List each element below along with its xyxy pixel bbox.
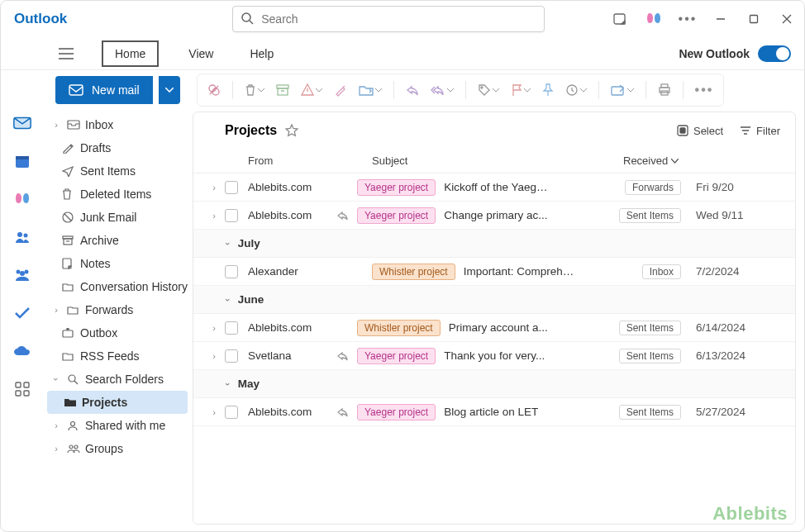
svg-point-28 xyxy=(24,234,28,238)
new-mail-button[interactable]: New mail xyxy=(55,76,153,104)
expand-icon[interactable]: › xyxy=(207,211,221,221)
svg-rect-32 xyxy=(16,382,21,387)
nav-drafts[interactable]: Drafts xyxy=(44,136,191,159)
search-input[interactable] xyxy=(232,6,545,32)
close-button[interactable] xyxy=(779,12,794,26)
message-row[interactable]: › Ablebits.com Yaeger project Kickoff of… xyxy=(193,173,795,202)
group-header[interactable]: ›May xyxy=(193,370,795,398)
nav-junk[interactable]: Junk Email xyxy=(44,206,191,229)
toolbar-more-icon[interactable]: ••• xyxy=(695,83,714,97)
favorite-star-icon[interactable] xyxy=(285,124,298,137)
flag-icon[interactable] xyxy=(511,83,531,97)
delete-icon[interactable] xyxy=(245,83,264,97)
reply-all-icon[interactable] xyxy=(431,84,454,96)
rail-onedrive-icon[interactable] xyxy=(12,341,32,361)
checkbox[interactable] xyxy=(225,181,238,194)
svg-point-30 xyxy=(25,270,29,274)
checkbox[interactable] xyxy=(225,406,238,419)
message-row[interactable]: › Ablebits.com Whistler project Primary … xyxy=(193,314,795,342)
tab-home[interactable]: Home xyxy=(102,40,159,67)
reply-icon[interactable] xyxy=(406,84,419,96)
category-tag[interactable]: Yaeger project xyxy=(357,404,436,420)
rail-todo-icon[interactable] xyxy=(12,303,32,323)
category-tag[interactable]: Yaeger project xyxy=(357,207,436,224)
print-icon[interactable] xyxy=(658,83,671,97)
checkbox[interactable] xyxy=(225,265,238,278)
nav-search-folders[interactable]: ›Search Folders xyxy=(44,368,191,391)
move-icon[interactable] xyxy=(359,84,382,96)
category-tag[interactable]: Yaeger project xyxy=(357,348,436,364)
nav-shared[interactable]: ›Shared with me xyxy=(44,414,191,437)
expand-icon[interactable]: › xyxy=(207,407,221,417)
report-icon[interactable] xyxy=(301,83,322,97)
category-tag[interactable]: Yaeger project xyxy=(357,179,436,196)
subject-cell: Blog article on LET xyxy=(444,406,551,418)
tag-icon[interactable] xyxy=(478,83,499,97)
nav-rss[interactable]: RSS Feeds xyxy=(44,344,191,368)
snooze-icon[interactable] xyxy=(565,83,587,97)
received-cell: 7/2/2024 xyxy=(696,265,795,278)
category-tag[interactable]: Whistler project xyxy=(372,264,455,280)
quick-steps-icon[interactable] xyxy=(611,84,634,96)
received-cell: Wed 9/11 xyxy=(696,209,795,221)
checkbox[interactable] xyxy=(225,209,238,222)
nav-outbox[interactable]: Outbox xyxy=(44,321,191,344)
folder-nav: ›Inbox Drafts Sent Items Deleted Items J… xyxy=(44,110,191,531)
hamburger-icon[interactable] xyxy=(59,48,74,59)
maximize-button[interactable] xyxy=(746,12,761,26)
message-row[interactable]: › Svetlana Yaeger project Thank you for … xyxy=(193,342,795,370)
rail-mail-icon[interactable] xyxy=(12,113,32,133)
rail-calendar-icon[interactable] xyxy=(12,151,32,171)
nav-archive[interactable]: Archive xyxy=(44,229,191,252)
new-mail-dropdown[interactable] xyxy=(159,76,180,104)
tab-help[interactable]: Help xyxy=(243,44,280,64)
pin-icon[interactable] xyxy=(542,83,554,97)
title-actions: ••• xyxy=(612,11,794,27)
col-received[interactable]: Received xyxy=(623,154,679,167)
nav-sent[interactable]: Sent Items xyxy=(44,159,191,183)
rail-copilot-icon[interactable] xyxy=(12,189,32,209)
nav-groups[interactable]: ›Groups xyxy=(44,437,191,460)
chevron-down-icon[interactable]: › xyxy=(223,298,233,302)
group-header[interactable]: ›June xyxy=(193,286,795,314)
chevron-down-icon[interactable]: › xyxy=(223,382,233,386)
select-button[interactable]: Select xyxy=(677,125,723,137)
col-from[interactable]: From xyxy=(248,154,372,167)
message-row[interactable]: › Ablebits.com Yaeger project Change pri… xyxy=(193,202,795,230)
checkbox[interactable] xyxy=(225,321,238,335)
rail-apps-icon[interactable] xyxy=(12,379,32,399)
tab-view[interactable]: View xyxy=(182,44,220,64)
folder-title: Projects xyxy=(225,123,277,138)
expand-icon[interactable]: › xyxy=(207,351,221,361)
main: ›Inbox Drafts Sent Items Deleted Items J… xyxy=(1,110,804,531)
minimize-button[interactable] xyxy=(713,12,728,26)
nav-deleted[interactable]: Deleted Items xyxy=(44,183,191,206)
received-cell: 6/13/2024 xyxy=(696,349,795,362)
nav-inbox[interactable]: ›Inbox xyxy=(44,113,191,136)
expand-icon[interactable]: › xyxy=(207,323,221,333)
sweep-icon[interactable] xyxy=(334,83,347,97)
svg-point-44 xyxy=(69,375,75,382)
nav-projects[interactable]: Projects xyxy=(47,391,188,414)
message-row[interactable]: Alexander Whistler project Important: Co… xyxy=(193,258,795,286)
more-icon[interactable]: ••• xyxy=(680,12,695,26)
nav-forwards[interactable]: ›Forwards xyxy=(44,298,191,321)
chevron-down-icon[interactable]: › xyxy=(223,242,233,245)
rail-people-icon[interactable] xyxy=(12,227,32,247)
group-header[interactable]: ›July xyxy=(193,230,795,258)
new-outlook-switch[interactable] xyxy=(758,45,791,62)
archive-icon[interactable] xyxy=(276,84,289,96)
notes-pane-icon[interactable] xyxy=(612,12,627,26)
category-tag[interactable]: Whistler project xyxy=(357,320,441,336)
col-subject[interactable]: Subject xyxy=(372,154,623,167)
rail-groups-icon[interactable] xyxy=(12,265,32,285)
discard-icon[interactable] xyxy=(207,83,221,97)
checkbox[interactable] xyxy=(225,349,238,363)
filter-button[interactable]: Filter xyxy=(740,125,780,137)
expand-icon[interactable]: › xyxy=(207,183,221,192)
search-wrap xyxy=(232,6,545,32)
message-row[interactable]: › Ablebits.com Yaeger project Blog artic… xyxy=(193,398,795,426)
copilot-icon[interactable] xyxy=(645,11,662,27)
nav-notes[interactable]: Notes xyxy=(44,252,191,275)
nav-conversation-history[interactable]: Conversation History xyxy=(44,275,191,298)
